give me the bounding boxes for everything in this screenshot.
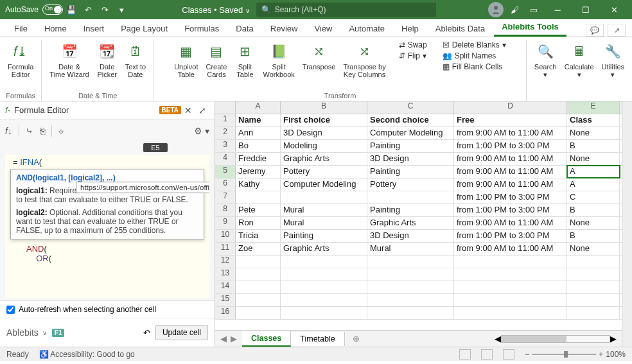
row-header[interactable]: 13 xyxy=(215,268,236,281)
cell[interactable]: Painting xyxy=(367,166,454,178)
cell[interactable]: 3D Design xyxy=(281,127,367,139)
select-all-corner[interactable] xyxy=(215,101,236,114)
header-cell[interactable]: First choice xyxy=(281,114,367,126)
cell[interactable]: B xyxy=(567,230,620,242)
cell[interactable]: from 9:00 AM to 11:00 AM xyxy=(454,166,567,178)
maximize-button[interactable]: ☐ xyxy=(573,0,599,19)
col-header-b[interactable]: B xyxy=(281,101,367,114)
cell[interactable]: Modeling xyxy=(281,140,367,152)
cell[interactable]: Painting xyxy=(281,230,367,242)
pane-close-icon[interactable]: ✕ xyxy=(181,105,195,116)
cell[interactable]: B xyxy=(567,204,620,216)
qat-dropdown-icon[interactable]: ▾ xyxy=(113,5,130,15)
row-header[interactable]: 5 xyxy=(215,166,236,178)
zoom-control[interactable]: − + 100% xyxy=(525,350,626,359)
split-table-button[interactable]: ⊞Split Table xyxy=(233,40,258,80)
cell[interactable]: Pottery xyxy=(281,166,367,178)
cell[interactable]: Zoe xyxy=(236,243,281,255)
row-header[interactable]: 6 xyxy=(215,178,236,191)
undo-pane-icon[interactable]: ↶ xyxy=(143,328,150,338)
formula-area[interactable]: = IFNA( AND(logical1, [logical2], ...) l… xyxy=(5,155,209,298)
search-button[interactable]: 🔍Search▾ xyxy=(532,40,559,80)
row-header[interactable]: 4 xyxy=(215,153,236,165)
cell[interactable] xyxy=(236,268,281,281)
cell[interactable]: from 9:00 AM to 11:00 AM xyxy=(454,217,567,229)
row-header[interactable]: 2 xyxy=(215,127,236,139)
cell[interactable] xyxy=(454,294,567,306)
cell[interactable] xyxy=(281,256,367,268)
row-header[interactable]: 14 xyxy=(215,281,236,293)
row-header[interactable]: 3 xyxy=(215,140,236,152)
cell[interactable]: Computer Modeling xyxy=(367,127,454,139)
tab-help[interactable]: Help xyxy=(394,21,426,37)
cell[interactable] xyxy=(236,294,281,306)
toggle-switch[interactable]: On xyxy=(42,4,63,15)
cell[interactable] xyxy=(236,281,281,293)
row-header[interactable]: 15 xyxy=(215,294,236,306)
cell[interactable] xyxy=(454,281,567,293)
tab-ablebits-tools[interactable]: Ablebits Tools xyxy=(494,19,566,37)
cell[interactable]: Mural xyxy=(281,217,367,229)
cell[interactable]: Tricia xyxy=(236,230,281,242)
comments-icon[interactable]: 💬 xyxy=(586,24,604,37)
calculate-button[interactable]: 🖩Calculate▾ xyxy=(562,40,597,80)
view-normal-icon[interactable] xyxy=(459,349,471,360)
cell[interactable] xyxy=(236,191,281,204)
tab-data[interactable]: Data xyxy=(228,21,261,37)
cell[interactable]: None xyxy=(567,243,620,255)
header-cell[interactable]: Free xyxy=(454,114,567,126)
f1-badge[interactable]: F1 xyxy=(52,329,65,337)
cell[interactable]: Freddie xyxy=(236,153,281,165)
row-header[interactable]: 16 xyxy=(215,307,236,319)
col-header-e[interactable]: E xyxy=(567,101,620,114)
cell[interactable]: Graphic Arts xyxy=(367,217,454,229)
cell[interactable] xyxy=(281,281,367,293)
tab-insert[interactable]: Insert xyxy=(76,21,112,37)
share-icon[interactable]: ↗ xyxy=(608,24,626,37)
autosave-toggle[interactable]: AutoSave On xyxy=(5,4,63,15)
new-sheet-button[interactable]: ⊕ xyxy=(345,334,367,343)
cell[interactable] xyxy=(454,268,567,281)
cell[interactable] xyxy=(567,294,620,306)
cell[interactable]: from 9:00 AM to 11:00 AM xyxy=(454,243,567,255)
cell[interactable]: Pottery xyxy=(367,178,454,191)
cell[interactable]: 3D Design xyxy=(367,153,454,165)
transpose-key-button[interactable]: ⤮Transpose by Key Columns xyxy=(340,40,388,80)
utilities-button[interactable]: 🔧Utilities▾ xyxy=(599,40,627,80)
row-header[interactable]: 8 xyxy=(215,204,236,216)
indent-icon[interactable]: ⤷ xyxy=(26,126,33,136)
scroll-left-icon[interactable]: ◀ xyxy=(495,334,501,343)
row-header[interactable]: 10 xyxy=(215,230,236,242)
undo-icon[interactable]: ↶ xyxy=(80,5,96,15)
row-header[interactable]: 9 xyxy=(215,217,236,229)
formula-editor-button[interactable]: f⤓Formula Editor xyxy=(5,40,36,80)
cell[interactable]: None xyxy=(567,217,620,229)
cell[interactable] xyxy=(281,294,367,306)
cell[interactable]: from 1:00 PM to 3:00 PM xyxy=(454,204,567,216)
cell[interactable] xyxy=(567,281,620,293)
fx-icon[interactable]: f↓ xyxy=(5,126,12,136)
cell[interactable] xyxy=(567,268,620,281)
close-button[interactable]: ✕ xyxy=(601,0,627,19)
cell[interactable] xyxy=(367,294,454,306)
sheet-tab-classes[interactable]: Classes xyxy=(242,331,291,347)
horizontal-scrollbar[interactable] xyxy=(501,335,610,343)
tab-view[interactable]: View xyxy=(306,21,340,37)
ribbon-mode-icon[interactable]: ▭ xyxy=(525,5,542,15)
zoom-value[interactable]: 100% xyxy=(606,350,626,359)
tab-formulas[interactable]: Formulas xyxy=(177,21,227,37)
row-header[interactable]: 12 xyxy=(215,256,236,268)
cell[interactable]: Kathy xyxy=(236,178,281,191)
cell[interactable]: Graphic Arts xyxy=(281,243,367,255)
accessibility-status[interactable]: ♿ Accessibility: Good to go xyxy=(39,350,135,359)
create-cards-button[interactable]: ▤Create Cards xyxy=(203,40,229,80)
flip-button[interactable]: ⇵Flip ▾ xyxy=(396,51,430,61)
cell[interactable]: B xyxy=(567,140,620,152)
tab-pagelayout[interactable]: Page Layout xyxy=(113,21,175,37)
fill-blank-button[interactable]: ▦Fill Blank Cells xyxy=(440,62,509,72)
cell[interactable] xyxy=(567,256,620,268)
cell[interactable]: from 1:00 PM to 3:00 PM xyxy=(454,230,567,242)
cell[interactable] xyxy=(367,256,454,268)
cell[interactable]: Graphic Arts xyxy=(281,153,367,165)
date-time-wizard-button[interactable]: 📅Date & Time Wizard xyxy=(47,40,91,80)
